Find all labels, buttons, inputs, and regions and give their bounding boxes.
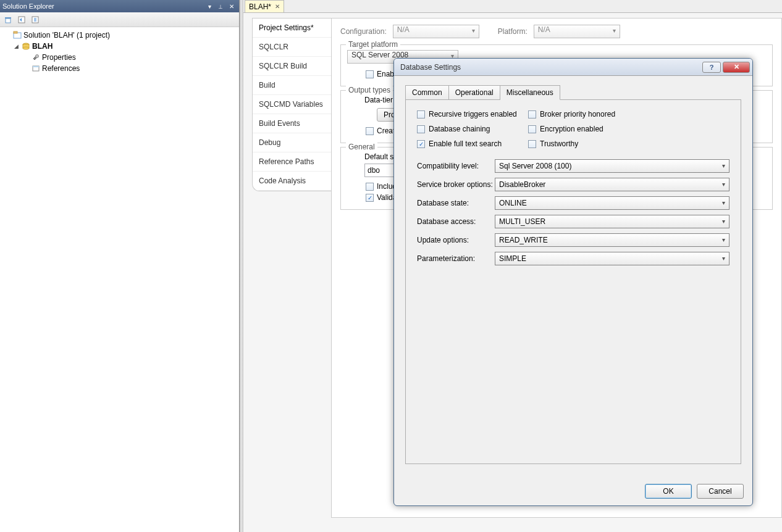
- solution-tree: Solution 'BLAH' (1 project) ◢ BLAH Prope…: [0, 27, 239, 77]
- service-broker-select[interactable]: DisableBroker: [495, 178, 729, 191]
- trustworthy-label: Trustworthy: [540, 139, 578, 148]
- home-icon[interactable]: [2, 14, 14, 25]
- broker-priority-checkbox[interactable]: [528, 110, 536, 118]
- document-tab-blah[interactable]: BLAH* ✕: [245, 0, 284, 12]
- svg-point-8: [23, 47, 29, 49]
- recursive-triggers-checkbox[interactable]: [417, 110, 425, 118]
- validate-checkbox[interactable]: ✓: [366, 194, 374, 202]
- svg-point-9: [36, 55, 39, 58]
- document-tabs: BLAH* ✕: [243, 0, 782, 12]
- solution-explorer-panel: Solution Explorer ▾ ⟂ ✕ Solution 'BLAH' …: [0, 0, 240, 532]
- solution-explorer-title: Solution Explorer: [2, 2, 204, 10]
- database-state-label: Database state:: [417, 199, 495, 207]
- properties-node[interactable]: Properties: [1, 52, 238, 63]
- svg-rect-1: [5, 17, 11, 19]
- properties-icon[interactable]: [30, 14, 41, 25]
- nav-project-settings[interactable]: Project Settings*: [253, 19, 331, 38]
- document-tab-label: BLAH*: [249, 2, 271, 11]
- enable-checkbox[interactable]: [366, 70, 374, 78]
- close-icon[interactable]: ✕: [227, 2, 237, 10]
- close-button[interactable]: ✕: [723, 62, 750, 73]
- broker-priority-label: Broker priority honored: [540, 110, 615, 118]
- database-chaining-label: Database chaining: [429, 125, 490, 133]
- target-platform-legend: Target platform: [346, 40, 400, 49]
- expander-icon[interactable]: [4, 31, 11, 39]
- database-project-icon: [21, 41, 31, 51]
- svg-rect-11: [33, 66, 39, 67]
- parameterization-label: Parameterization:: [417, 254, 495, 263]
- parameterization-select[interactable]: SIMPLE: [495, 252, 729, 265]
- compatibility-select[interactable]: Sql Server 2008 (100): [495, 159, 729, 173]
- ok-button[interactable]: OK: [645, 484, 692, 499]
- nav-code-analysis[interactable]: Code Analysis: [253, 172, 331, 191]
- general-legend: General: [346, 143, 377, 151]
- update-options-label: Update options:: [417, 236, 495, 244]
- references-node[interactable]: References: [1, 63, 238, 74]
- references-icon: [31, 64, 41, 73]
- dialog-titlebar[interactable]: Database Settings ? ✕: [394, 59, 752, 76]
- platform-select[interactable]: N/A: [534, 25, 620, 38]
- recursive-triggers-label: Recursive triggers enabled: [429, 110, 517, 118]
- dropdown-icon[interactable]: ▾: [204, 2, 214, 10]
- solution-node[interactable]: Solution 'BLAH' (1 project): [1, 30, 238, 41]
- project-node[interactable]: ◢ BLAH: [1, 41, 238, 52]
- configuration-select[interactable]: N/A: [393, 25, 479, 38]
- compatibility-label: Compatibility level:: [417, 162, 495, 170]
- database-settings-dialog: Database Settings ? ✕ Common Operational…: [393, 58, 753, 506]
- cancel-button[interactable]: Cancel: [697, 484, 744, 499]
- solution-explorer-toolbar: [0, 12, 239, 27]
- pin-icon[interactable]: ⟂: [216, 2, 225, 10]
- tab-miscellaneous[interactable]: Miscellaneous: [500, 85, 560, 100]
- tab-operational[interactable]: Operational: [449, 85, 500, 100]
- project-label: BLAH: [32, 42, 53, 51]
- default-schema-label: Default sc: [364, 152, 397, 161]
- platform-label: Platform:: [498, 27, 528, 36]
- wrench-icon: [31, 52, 41, 62]
- full-text-search-label: Enable full text search: [429, 139, 502, 148]
- nav-build[interactable]: Build: [253, 76, 331, 95]
- nav-sqlclr-build[interactable]: SQLCLR Build: [253, 57, 331, 76]
- references-label: References: [42, 64, 80, 73]
- refresh-icon[interactable]: [16, 14, 27, 25]
- help-button[interactable]: ?: [702, 62, 721, 73]
- nav-debug[interactable]: Debug: [253, 133, 331, 152]
- data-tier-label: Data-tier: [364, 96, 393, 104]
- dialog-footer: OK Cancel: [394, 477, 752, 505]
- nav-sqlcmd-variables[interactable]: SQLCMD Variables: [253, 95, 331, 114]
- configuration-label: Configuration:: [340, 27, 387, 36]
- include-checkbox[interactable]: [366, 183, 374, 191]
- database-access-label: Database access:: [417, 217, 495, 226]
- dialog-tabs: Common Operational Miscellaneous: [405, 85, 741, 100]
- dialog-body: Common Operational Miscellaneous Recursi…: [394, 76, 752, 477]
- solution-label: Solution 'BLAH' (1 project): [23, 31, 110, 39]
- nav-sqlclr[interactable]: SQLCLR: [253, 38, 331, 57]
- output-types-legend: Output types: [346, 86, 393, 94]
- trustworthy-checkbox[interactable]: [528, 140, 536, 148]
- database-state-select[interactable]: ONLINE: [495, 196, 729, 210]
- encryption-enabled-label: Encryption enabled: [540, 125, 603, 133]
- nav-reference-paths[interactable]: Reference Paths: [253, 152, 331, 172]
- solution-icon: [12, 30, 22, 40]
- svg-rect-0: [6, 19, 11, 23]
- tab-panel-miscellaneous: Recursive triggers enabled Broker priori…: [405, 100, 741, 464]
- dialog-title: Database Settings: [400, 63, 700, 72]
- close-tab-icon[interactable]: ✕: [275, 3, 280, 10]
- properties-label: Properties: [42, 53, 76, 62]
- database-chaining-checkbox[interactable]: [417, 125, 425, 133]
- expander-icon[interactable]: ◢: [12, 43, 20, 50]
- update-options-select[interactable]: READ_WRITE: [495, 233, 729, 247]
- service-broker-label: Service broker options:: [417, 180, 495, 189]
- full-text-search-checkbox[interactable]: ✓: [417, 140, 425, 148]
- svg-rect-5: [14, 31, 17, 33]
- database-access-select[interactable]: MULTI_USER: [495, 215, 729, 228]
- tab-common[interactable]: Common: [405, 85, 449, 100]
- encryption-enabled-checkbox[interactable]: [528, 125, 536, 133]
- solution-explorer-header: Solution Explorer ▾ ⟂ ✕: [0, 0, 239, 12]
- settings-nav: Project Settings* SQLCLR SQLCLR Build Bu…: [252, 18, 331, 191]
- create-checkbox[interactable]: [366, 127, 374, 135]
- nav-build-events[interactable]: Build Events: [253, 114, 331, 133]
